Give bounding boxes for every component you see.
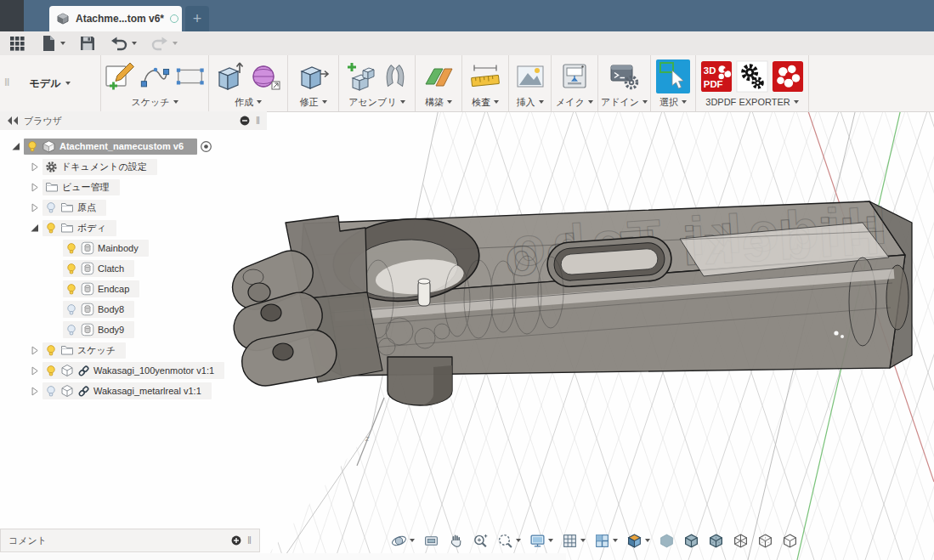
zoom-window-button[interactable]: [494, 529, 524, 552]
toolbar-group-label-modify[interactable]: 修正: [300, 95, 327, 109]
undo-button[interactable]: [110, 35, 137, 52]
collapse-panel-icon[interactable]: [7, 116, 19, 126]
expander-closed-icon[interactable]: [29, 161, 40, 173]
construct-plane-button[interactable]: [422, 59, 456, 93]
document-tab[interactable]: Atachme...tom v6* ✕: [49, 6, 182, 31]
style-wire-all-button[interactable]: [729, 529, 752, 552]
tetra-button[interactable]: [771, 59, 805, 93]
tree-item-wakasagi-metarlreal-v1-1[interactable]: Wakasagi_metarlreal v1:1: [0, 381, 267, 401]
bulb-on-icon[interactable]: [45, 344, 57, 357]
horizontal-scrollbar-track[interactable]: [0, 553, 566, 560]
style-shaded-hidden-button[interactable]: [705, 529, 727, 552]
form-button[interactable]: [249, 59, 283, 93]
visual-style-button[interactable]: [623, 529, 654, 552]
select-cursor-button[interactable]: [656, 59, 690, 93]
tree-item-endcap[interactable]: Endcap: [0, 279, 267, 299]
expander-closed-icon[interactable]: [29, 202, 40, 213]
extrude-button[interactable]: [213, 59, 247, 93]
tree-item-body9[interactable]: Body9: [0, 320, 267, 340]
tree-item--[interactable]: スケッチ: [0, 340, 267, 360]
expander-open-icon[interactable]: [29, 223, 40, 234]
spline-button[interactable]: [138, 59, 172, 93]
style-wire-hidden-button[interactable]: [754, 529, 777, 552]
tree-item-wakasagi-100yenmotor-v1-1[interactable]: Wakasagi_100yenmotor v1:1: [0, 360, 267, 381]
bulb-on-icon[interactable]: [65, 242, 77, 255]
bulb-on-icon[interactable]: [45, 365, 57, 377]
rect-2pt-button[interactable]: [173, 59, 207, 93]
bulb-on-icon[interactable]: [65, 283, 77, 296]
toolbar-group-label-addins[interactable]: アドイン: [601, 95, 648, 109]
expander-closed-icon[interactable]: [29, 182, 40, 193]
insert-image-button[interactable]: [513, 59, 547, 93]
sketch-create-button[interactable]: [102, 59, 136, 93]
bulb-off-icon[interactable]: [65, 324, 77, 337]
bulb-on-icon[interactable]: [65, 263, 77, 275]
tree-item-mainbody[interactable]: Mainbody: [0, 238, 267, 258]
redo-button[interactable]: [150, 35, 178, 52]
tree-item--[interactable]: ボディ: [0, 218, 267, 238]
new-tab-button[interactable]: +: [185, 6, 209, 31]
bottom-cylinder[interactable]: [388, 357, 452, 405]
tree-item-body8[interactable]: Body8: [0, 299, 267, 320]
save-button[interactable]: [79, 35, 96, 52]
pdf3d-button[interactable]: 3DPDF: [699, 59, 733, 93]
tree-item-clatch[interactable]: Clatch: [0, 258, 267, 279]
add-comment-icon[interactable]: [230, 535, 242, 546]
toolbar-group-label-make[interactable]: メイク: [556, 95, 593, 109]
body-oval-slot[interactable]: [546, 235, 672, 288]
app-menu-square[interactable]: [0, 0, 24, 31]
panel-resize-handle[interactable]: ‖: [256, 115, 260, 127]
expander-closed-icon[interactable]: [29, 386, 40, 397]
bulb-off-icon[interactable]: [45, 385, 57, 398]
bulb-on-icon[interactable]: [26, 140, 38, 153]
display-settings-button[interactable]: [526, 529, 557, 552]
pan-button[interactable]: [444, 529, 467, 552]
bulb-off-icon[interactable]: [45, 201, 57, 214]
chevron-down-icon: [580, 539, 586, 542]
file-button[interactable]: [40, 34, 65, 53]
workspace-selector[interactable]: ‖ モデル: [0, 55, 101, 111]
toolbar-group-label-construct[interactable]: 構築: [425, 95, 452, 109]
gears-button[interactable]: [735, 59, 769, 93]
comments-label: コメント: [8, 535, 47, 547]
joint-button[interactable]: [378, 59, 412, 93]
toolbar-group-label-insert[interactable]: 挿入: [517, 95, 544, 109]
new-component-button[interactable]: [342, 59, 376, 93]
comments-panel[interactable]: コメント ‖: [0, 529, 260, 552]
style-shaded-edges-button[interactable]: [680, 529, 703, 552]
orbit-button[interactable]: [388, 529, 418, 552]
style-shaded-button[interactable]: [655, 529, 678, 552]
chevron-down-icon: [516, 539, 521, 542]
toolbar-drag-handle[interactable]: ‖: [4, 76, 10, 88]
addin-script-button[interactable]: [608, 59, 642, 93]
panel-resize-handle[interactable]: ‖: [247, 535, 252, 546]
tree-item--[interactable]: ビュー管理: [0, 177, 267, 197]
style-wire-button[interactable]: [778, 529, 801, 552]
tree-item-label: Mainbody: [98, 243, 139, 253]
measure-button[interactable]: [468, 59, 502, 93]
bulb-off-icon[interactable]: [65, 303, 77, 316]
zoom-button[interactable]: [469, 529, 492, 552]
data-panel-button[interactable]: [8, 34, 26, 53]
expander-closed-icon[interactable]: [29, 345, 40, 356]
expander-closed-icon[interactable]: [29, 365, 40, 376]
toolbar-group-label-select[interactable]: 選択: [659, 95, 687, 109]
tree-item-atachment-namecustom-v6[interactable]: Atachment_namecustom v6: [0, 136, 267, 156]
pdf3d-icon: 3DPDF: [700, 60, 733, 93]
minimize-panel-icon[interactable]: [239, 115, 251, 127]
look-at-button[interactable]: [420, 529, 443, 552]
toolbar-group-label-create[interactable]: 作成: [235, 95, 262, 109]
press-pull-button[interactable]: [297, 59, 331, 93]
toolbar-group-label-sketch[interactable]: スケッチ: [131, 95, 178, 109]
radio-icon[interactable]: [200, 140, 212, 153]
toolbar-group-label-assembly[interactable]: アセンブリ: [348, 95, 405, 109]
toolbar-group-label-inspect[interactable]: 検査: [472, 95, 499, 109]
make-print-button[interactable]: [558, 59, 592, 93]
expander-open-icon[interactable]: [10, 141, 21, 152]
bulb-on-icon[interactable]: [45, 222, 57, 235]
tree-item--[interactable]: ドキュメントの設定: [0, 156, 267, 177]
viewports-button[interactable]: [591, 529, 621, 552]
toolbar-group-label-exporter[interactable]: 3DPDF EXPORTER: [705, 95, 798, 109]
tree-item--[interactable]: 原点: [0, 197, 267, 218]
grid-settings-button[interactable]: [558, 529, 589, 552]
